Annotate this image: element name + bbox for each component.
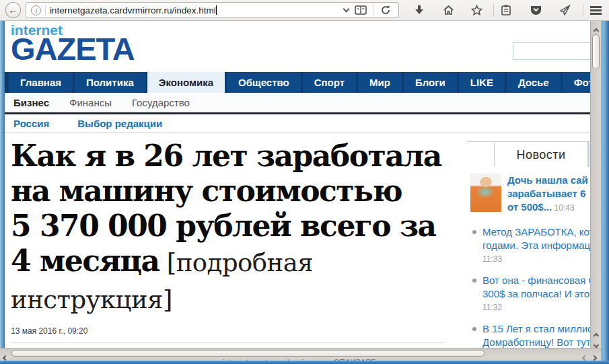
pocket-icon[interactable] [528,2,544,18]
horizontal-scrollbar-thumb[interactable] [11,350,485,357]
article-title: Как я в 26 лет заработалана машину стоим… [11,139,445,318]
search-input[interactable] [513,42,601,60]
page-viewport: internet GAZETA ГлавнаяПолитикаЭкономика… [0,21,601,348]
divider [373,5,373,15]
text-caret [216,5,217,15]
divider [583,3,583,17]
window-edge-right [601,21,609,364]
reload-icon[interactable] [378,2,394,18]
nav-tab[interactable]: Спорт [303,72,356,93]
featured-news-item[interactable]: Дочь нашла сайзарабатывает 6от 500$... 1… [467,174,601,215]
tab-news[interactable]: Новости [494,141,588,167]
subnav-item[interactable]: Государство [132,97,190,108]
article-date: 13 мая 2016 г., 09:20 [11,326,445,336]
dropdown-chevron-icon[interactable] [343,5,349,12]
nav-tab[interactable]: Главная [9,72,73,93]
home-icon[interactable] [441,2,457,18]
news-sidebar: Новости Дочь нашла сайзарабатывает 6от 5… [467,141,601,348]
url-bar[interactable]: i internetgazeta.cardvrmirrorr.ru/index.… [26,2,399,18]
scroll-up-icon[interactable] [592,24,600,31]
bookmarks-clipboard-icon[interactable] [499,2,514,18]
site-header: internet GAZETA [5,21,601,72]
news-list-item[interactable]: Метод ЗАРАБОТКА, которыгодами. Эта инфор… [471,225,601,264]
news-list: Метод ЗАРАБОТКА, которыгодами. Эта инфор… [467,225,601,348]
back-button[interactable]: ← [5,2,21,18]
nav-tab[interactable]: Блоги [404,72,457,93]
scroll-right-icon[interactable] [590,351,598,357]
page-info-icon[interactable]: i [31,5,41,15]
nav-tab[interactable]: Политика [75,72,145,93]
breadcrumb-link[interactable]: Россия [13,118,49,129]
browser-toolbar: ← i internetgazeta.cardvrmirrorr.ru/inde… [0,0,609,21]
logo-text-large: GAZETA [11,36,135,63]
url-text[interactable]: internetgazeta.cardvrmirrorr.ru/index.ht… [50,5,340,15]
window-edge-left [0,21,5,358]
scroll-up-icon[interactable] [592,328,600,336]
menu-icon[interactable] [588,2,604,18]
breadcrumb: РоссияВыбор редакции [5,114,601,133]
send-tab-icon[interactable] [558,2,573,18]
bookmark-star-icon[interactable] [469,2,485,18]
sub-navigation: БизнесФинансыГосударство [5,93,601,112]
reader-mode-icon[interactable] [353,2,369,18]
breadcrumb-link[interactable]: Выбор редакции [77,118,162,129]
main-navigation: ГлавнаяПолитикаЭкономикаОбществоСпортМир… [5,72,601,93]
divider [493,3,494,17]
site-logo[interactable]: internet GAZETA [11,24,135,63]
taskbar-strip [0,361,609,364]
news-list-item[interactable]: Вот она - финансовая СВОБ300$ за полчаса… [471,274,601,312]
nav-tab[interactable]: Мир [358,72,402,93]
scroll-left-icon[interactable] [581,351,589,357]
nav-tab[interactable]: Общество [227,72,301,93]
webpage: internet GAZETA ГлавнаяПолитикаЭкономика… [5,21,601,348]
vertical-scrollbar-thumb[interactable] [592,34,600,69]
article-column: Как я в 26 лет заработалана машину стоим… [11,133,445,348]
horizontal-scrollbar[interactable] [0,348,601,358]
nav-tab[interactable]: LIKE [459,72,505,93]
scroll-left-icon[interactable] [1,351,9,357]
nav-tab[interactable]: Экономика [147,72,225,93]
vertical-scrollbar[interactable] [590,21,601,348]
news-thumbnail [470,174,501,212]
featured-news-text: Дочь нашла сайзарабатывает 6от 500$... 1… [507,174,601,215]
browser-window: ← i internetgazeta.cardvrmirrorr.ru/inde… [0,0,609,364]
scroll-down-icon[interactable] [592,338,600,345]
divider [11,342,445,343]
sidebar-tabs: Новости [467,141,601,167]
subnav-item[interactable]: Финансы [69,97,112,108]
nav-tab[interactable]: Досье [507,72,561,93]
content-area: Как я в 26 лет заработалана машину стоим… [5,133,601,348]
subnav-item[interactable]: Бизнес [13,97,49,108]
downloads-icon[interactable] [412,2,427,18]
divider [45,5,46,15]
news-list-item[interactable]: В 15 Лет я стал миллионероДомработницу! … [471,322,601,348]
